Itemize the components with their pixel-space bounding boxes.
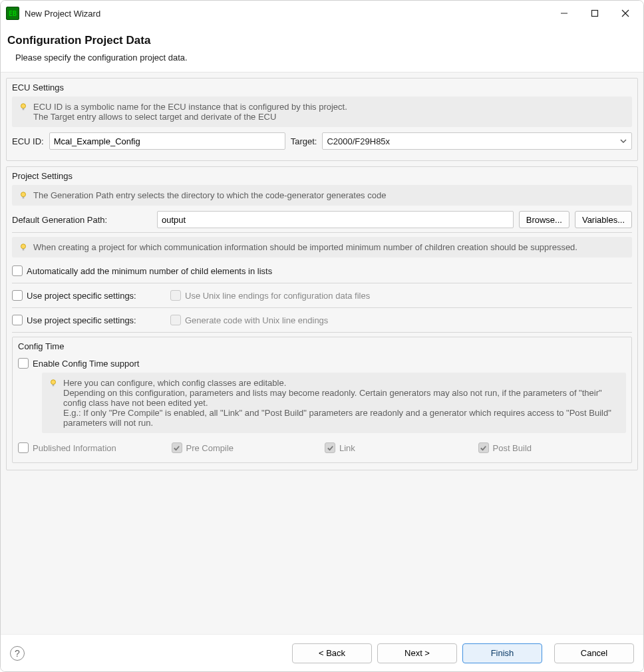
cancel-button[interactable]: Cancel xyxy=(554,643,634,663)
precompile-label: Pre Compile xyxy=(186,443,234,453)
genpath-input[interactable] xyxy=(157,211,514,228)
help-icon: ? xyxy=(15,648,20,659)
unix-gen-label: Generate code with Unix line endings xyxy=(185,315,328,325)
genpath-label: Default Generation Path: xyxy=(12,215,152,225)
chevron-down-icon xyxy=(619,137,627,145)
svg-point-6 xyxy=(21,192,26,197)
lightbulb-icon xyxy=(49,379,58,388)
use-specific-2-checkbox[interactable] xyxy=(12,315,23,325)
enable-config-time-checkbox[interactable] xyxy=(18,358,29,369)
config-time-hint-line2: Depending on this configuration, paramet… xyxy=(63,388,619,408)
svg-rect-5 xyxy=(23,108,25,110)
target-select-value: C2000/F29H85x xyxy=(327,136,390,146)
ecu-settings-group: ECU Settings ECU ID is a symbolic name f… xyxy=(6,78,638,161)
svg-point-10 xyxy=(51,380,56,385)
ecu-hint-line2: The Target entry allows to select target… xyxy=(33,112,347,122)
enable-config-time-label: Enable Config Time support xyxy=(33,359,139,369)
wizard-header: Configuration Project Data Please specif… xyxy=(1,26,643,73)
ecu-settings-legend: ECU Settings xyxy=(12,83,632,96)
lightbulb-icon xyxy=(19,102,28,112)
page-title: Configuration Project Data xyxy=(7,34,633,47)
ecu-id-label: ECU ID: xyxy=(12,136,44,146)
link-checkbox xyxy=(325,442,335,453)
svg-point-8 xyxy=(21,244,26,249)
genpath-hint-text: The Generation Path entry selects the di… xyxy=(33,190,386,200)
variables-button[interactable]: Variables... xyxy=(575,211,632,228)
config-time-group: Config Time Enable Config Time support H… xyxy=(12,337,632,463)
project-settings-legend: Project Settings xyxy=(12,171,632,185)
published-info-checkbox[interactable] xyxy=(18,442,29,453)
wizard-footer: ? < Back Next > Finish Cancel xyxy=(1,634,643,671)
ecu-hint-line1: ECU ID is a symbolic name for the ECU in… xyxy=(33,102,347,112)
app-icon: EB xyxy=(6,7,19,20)
unix-cfg-checkbox xyxy=(170,290,181,301)
target-select[interactable]: C2000/F29H85x xyxy=(322,132,632,150)
unix-cfg-label: Use Unix line endings for configuration … xyxy=(185,291,370,301)
precompile-checkbox xyxy=(172,442,182,453)
use-specific-2-label: Use project specific settings: xyxy=(27,315,166,325)
project-settings-group: Project Settings The Generation Path ent… xyxy=(6,166,638,470)
titlebar: EB New Project Wizard xyxy=(1,1,643,26)
use-specific-1-label: Use project specific settings: xyxy=(27,291,166,301)
minimize-icon xyxy=(560,9,568,17)
children-hint-text: When creating a project for which commun… xyxy=(33,242,577,252)
link-label: Link xyxy=(339,443,355,453)
svg-rect-1 xyxy=(592,11,598,17)
svg-rect-9 xyxy=(23,249,25,251)
browse-button[interactable]: Browse... xyxy=(519,211,569,228)
close-icon xyxy=(621,9,629,17)
config-time-legend: Config Time xyxy=(18,341,626,355)
auto-add-label: Automatically add the minimum number of … xyxy=(27,266,272,276)
children-hint-banner: When creating a project for which commun… xyxy=(12,237,632,257)
minimize-button[interactable] xyxy=(549,3,579,24)
lightbulb-icon xyxy=(19,243,28,252)
target-label: Target: xyxy=(291,136,317,146)
postbuild-checkbox xyxy=(478,442,489,453)
lightbulb-icon xyxy=(19,191,28,200)
help-button[interactable]: ? xyxy=(10,646,25,661)
svg-point-4 xyxy=(21,104,26,108)
wizard-body: ECU Settings ECU ID is a symbolic name f… xyxy=(1,73,643,634)
window-title: New Project Wizard xyxy=(25,9,100,19)
finish-button[interactable]: Finish xyxy=(462,643,542,663)
postbuild-label: Post Build xyxy=(493,443,532,453)
unix-gen-checkbox xyxy=(170,315,181,325)
ecu-id-input[interactable] xyxy=(49,132,285,150)
genpath-hint-banner: The Generation Path entry selects the di… xyxy=(12,185,632,206)
next-button[interactable]: Next > xyxy=(377,643,457,663)
published-info-label: Published Information xyxy=(33,443,116,453)
auto-add-checkbox[interactable] xyxy=(12,265,23,276)
use-specific-1-checkbox[interactable] xyxy=(12,290,23,301)
svg-rect-11 xyxy=(53,385,55,387)
close-button[interactable] xyxy=(610,3,641,24)
page-subtitle: Please specify the configuration project… xyxy=(15,53,633,63)
svg-rect-7 xyxy=(23,197,25,199)
ecu-hint-banner: ECU ID is a symbolic name for the ECU in… xyxy=(12,96,632,127)
config-time-hint-line3: E.g.: If only "Pre Compile" is enabled, … xyxy=(63,408,619,428)
maximize-button[interactable] xyxy=(579,3,610,24)
back-button[interactable]: < Back xyxy=(292,643,372,663)
maximize-icon xyxy=(591,9,599,17)
config-time-hint-banner: Here you can configure, which config cla… xyxy=(42,373,626,433)
config-time-hint-line1: Here you can configure, which config cla… xyxy=(63,378,619,388)
